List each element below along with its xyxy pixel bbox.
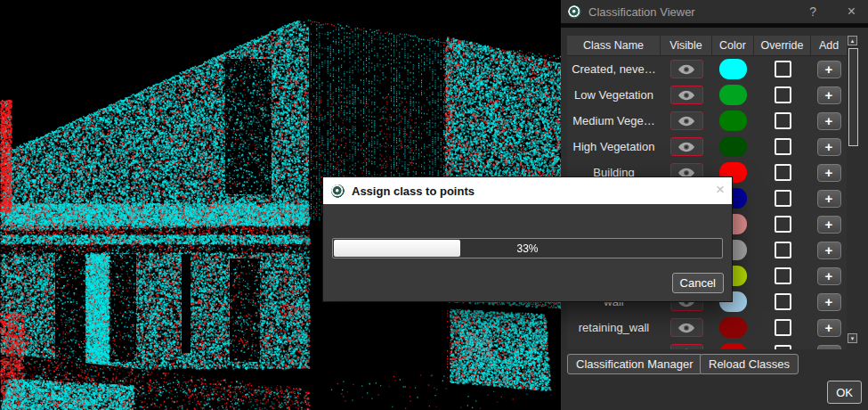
add-class-button[interactable]: +	[817, 164, 841, 182]
override-checkbox[interactable]	[775, 190, 791, 207]
scroll-up-button[interactable]: ▲	[848, 36, 857, 45]
dialog-close-button[interactable]: ×	[716, 181, 725, 199]
eye-icon	[677, 90, 695, 101]
class-color-swatch[interactable]	[719, 59, 747, 79]
progress-percentage: 33%	[333, 239, 722, 258]
scrollbar-thumb[interactable]	[848, 48, 858, 146]
override-checkbox[interactable]	[775, 242, 791, 258]
eye-icon	[677, 142, 695, 152]
override-checkbox[interactable]	[775, 345, 791, 349]
visibility-toggle[interactable]	[670, 318, 703, 337]
scroll-down-button[interactable]: ▼	[848, 333, 857, 343]
override-checkbox[interactable]	[775, 267, 791, 284]
class-row: Low Vegetation +	[567, 82, 847, 108]
panel-close-button[interactable]: ×	[848, 4, 856, 20]
dialog-titlebar[interactable]: Assign class to points ×	[323, 177, 732, 204]
class-color-swatch[interactable]	[719, 111, 747, 131]
add-class-button[interactable]: +	[817, 112, 841, 130]
override-checkbox[interactable]	[775, 319, 791, 336]
add-class-button[interactable]: +	[817, 138, 841, 156]
visibility-toggle[interactable]	[670, 60, 703, 78]
classification-manager-button[interactable]: Classification Manager	[567, 354, 702, 374]
override-checkbox[interactable]	[775, 61, 791, 78]
app-logo-icon	[568, 5, 581, 19]
column-header-class-name: Class Name	[567, 36, 661, 55]
column-header-visible: Visible	[661, 36, 712, 55]
panel-title: Classification Viewer	[588, 5, 695, 19]
add-class-button[interactable]: +	[817, 345, 841, 350]
class-name: Medium Vege…	[567, 114, 661, 127]
add-class-button[interactable]: +	[817, 61, 841, 78]
add-class-button[interactable]: +	[817, 319, 841, 337]
class-color-swatch[interactable]	[719, 343, 747, 349]
override-checkbox[interactable]	[775, 112, 791, 129]
reload-classes-button[interactable]: Reload Classes	[700, 354, 799, 374]
class-row: +	[567, 340, 847, 349]
classes-scrollbar: ▲ ▼	[848, 36, 859, 343]
ok-button[interactable]: OK	[827, 381, 862, 404]
visibility-toggle[interactable]	[670, 137, 703, 156]
class-name: High Vegetation	[567, 140, 661, 153]
eye-icon	[677, 323, 695, 333]
eye-icon	[677, 348, 695, 350]
class-name: Created, neve…	[567, 62, 661, 76]
override-checkbox[interactable]	[775, 216, 791, 233]
add-class-button[interactable]: +	[817, 190, 841, 208]
add-class-button[interactable]: +	[817, 216, 841, 234]
panel-titlebar: Classification Viewer ? ×	[561, 0, 868, 23]
column-header-override: Override	[754, 36, 811, 55]
progress-bar: 33%	[332, 238, 723, 258]
class-color-swatch[interactable]	[719, 317, 747, 338]
class-row: High Vegetation +	[567, 134, 847, 160]
eye-icon	[677, 168, 695, 178]
dialog-title: Assign class to points	[352, 184, 475, 198]
class-row: retaining_wall +	[567, 315, 847, 340]
cancel-button[interactable]: Cancel	[672, 273, 724, 293]
class-name: Low Vegetation	[567, 88, 661, 102]
column-header-color: Color	[712, 36, 754, 55]
table-header: Class Name Visible Color Override Add	[567, 36, 847, 56]
add-class-button[interactable]: +	[817, 242, 841, 259]
override-checkbox[interactable]	[775, 293, 791, 310]
visibility-toggle[interactable]	[670, 344, 703, 349]
class-row: Created, neve… +	[567, 56, 847, 82]
add-class-button[interactable]: +	[817, 86, 841, 104]
override-checkbox[interactable]	[775, 86, 791, 103]
class-row: Medium Vege… +	[567, 108, 847, 134]
add-class-button[interactable]: +	[817, 267, 841, 285]
override-checkbox[interactable]	[775, 164, 791, 181]
override-checkbox[interactable]	[775, 138, 791, 155]
help-button[interactable]: ?	[809, 4, 816, 20]
add-class-button[interactable]: +	[817, 293, 841, 311]
column-header-add: Add	[811, 36, 847, 55]
titlebar-separator	[561, 23, 868, 28]
app-logo-icon	[331, 184, 345, 198]
class-color-swatch[interactable]	[719, 85, 747, 105]
eye-icon	[677, 116, 695, 127]
visibility-toggle[interactable]	[670, 111, 703, 130]
assign-class-dialog: Assign class to points × 33% Cancel	[323, 177, 732, 301]
class-color-swatch[interactable]	[719, 136, 747, 157]
eye-icon	[677, 64, 695, 75]
class-name: retaining_wall	[567, 321, 661, 334]
visibility-toggle[interactable]	[670, 86, 703, 104]
